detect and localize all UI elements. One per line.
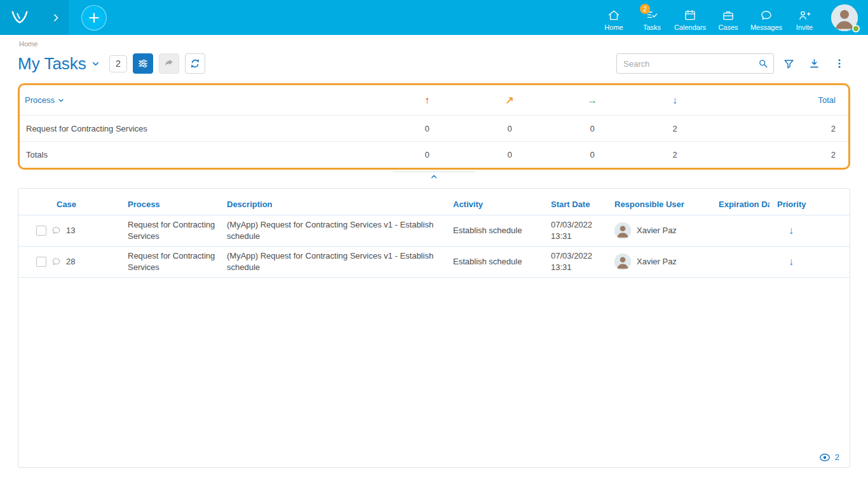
refresh-icon [189,58,201,69]
task-description: (MyApp) Request for Contracting Services… [219,250,445,273]
nav-item-messages[interactable]: Messages [747,4,785,31]
summary-total-count: 2 [716,150,843,159]
task-count-badge: 2 [109,55,127,72]
column-header-process[interactable]: Process [120,200,219,209]
task-process: Request for Contracting Services [120,219,219,241]
eye-icon [819,453,831,462]
user-avatar[interactable] [831,4,858,31]
column-header-expiration[interactable]: Expiration Da... [711,200,770,209]
chevron-right-icon[interactable] [51,13,61,23]
search-input[interactable] [616,53,774,74]
search-icon [758,58,769,69]
task-responsible: Xavier Paz [607,254,711,270]
summary-row[interactable]: Request for Contracting Services 0 0 0 2… [20,116,848,142]
task-activity: Establish schedule [445,225,543,236]
nav-label: Invite [796,24,813,31]
summary-process-name: Request for Contracting Services [25,124,386,133]
download-icon [808,58,820,70]
nav-item-cases[interactable]: Cases [709,4,747,31]
nav-label: Messages [750,24,782,31]
visible-count: 2 [835,452,839,462]
page-title[interactable]: My Tasks [18,54,100,74]
summary-header-row: Process ↑ ↗ → ↓ Total [20,85,848,116]
nav-item-tasks[interactable]: 2 Tasks [633,4,671,31]
plus-icon [88,11,100,24]
task-start-date: 07/03/2022 13:31 [543,219,607,241]
topbar: Home 2 Tasks Calendars Cases [0,0,868,35]
summary-total-header: Total [716,95,843,105]
chevron-up-icon [429,172,439,181]
summary-process-column[interactable]: Process [25,95,386,105]
header-right-tools [616,53,850,74]
list-settings-button[interactable] [133,53,153,74]
chevron-down-icon [57,97,65,104]
download-button[interactable] [803,53,825,74]
summary-low-count: 2 [634,124,716,133]
filter-button[interactable] [778,53,799,74]
column-header-case[interactable]: Case [18,200,120,209]
summary-high-count: 0 [386,124,468,133]
priority-low-icon: ↓ [789,255,794,269]
responsible-avatar [614,222,631,239]
kebab-menu-icon [834,58,845,69]
summary-totals-label: Totals [25,150,386,159]
case-number[interactable]: 28 [66,256,75,268]
search-submit-button[interactable] [755,56,771,71]
page-header: My Tasks 2 [18,49,850,78]
search-box [616,53,774,74]
priority-low-icon: ↓ [789,224,794,238]
tasks-table-header: Case Process Description Activity Start … [18,194,850,215]
nav-label: Home [604,24,623,31]
summary-normal-count: 0 [551,124,634,133]
nav-item-calendars[interactable]: Calendars [671,4,709,31]
nav-label: Tasks [643,24,661,31]
message-bubble-icon [760,9,773,22]
home-icon [607,9,620,22]
sliders-icon [137,58,149,69]
row-checkbox[interactable] [36,226,46,236]
more-options-button[interactable] [829,53,850,74]
logo-block [0,0,69,35]
top-navigation: Home 2 Tasks Calendars Cases [595,4,824,31]
summary-total-count: 2 [716,124,843,133]
column-header-description[interactable]: Description [219,200,445,209]
page-title-text: My Tasks [18,54,86,74]
column-header-responsible[interactable]: Responsible User [607,200,711,209]
nav-label: Calendars [674,24,706,31]
summary-medium-count: 0 [468,150,551,159]
nav-item-invite[interactable]: Invite [785,4,824,31]
nav-label: Cases [718,24,738,31]
priority-high-icon: ↑ [424,95,430,106]
processmaker-logo-icon[interactable] [10,10,29,26]
responsible-name: Xavier Paz [637,256,677,268]
task-activity: Establish schedule [445,256,543,268]
column-header-start-date[interactable]: Start Date [543,200,607,209]
comment-bubble-icon[interactable] [51,257,61,266]
column-header-activity[interactable]: Activity [445,200,543,209]
breadcrumb[interactable]: Home [19,40,850,48]
priority-normal-icon: → [587,95,597,106]
case-number[interactable]: 13 [66,225,75,236]
row-checkbox[interactable] [36,257,46,267]
add-request-button[interactable] [81,5,107,30]
task-responsible: Xavier Paz [607,222,711,239]
refresh-button[interactable] [185,53,205,74]
calendar-icon [684,9,696,22]
task-row[interactable]: 13 Request for Contracting Services (MyA… [18,215,850,247]
comment-bubble-icon[interactable] [51,226,61,235]
priority-medium-icon: ↗ [505,94,513,106]
task-start-date: 07/03/2022 13:31 [543,250,607,273]
summary-low-count: 2 [634,150,716,159]
responsible-name: Xavier Paz [637,225,677,236]
funnel-icon [783,58,795,70]
briefcase-icon [722,9,735,22]
collapse-summary-control[interactable] [18,172,850,181]
reassign-button[interactable] [159,53,179,74]
invite-user-icon [798,9,811,22]
visible-count-footer: 2 [819,452,839,462]
task-description: (MyApp) Request for Contracting Services… [219,219,445,241]
task-row[interactable]: 28 Request for Contracting Services (MyA… [18,247,850,278]
nav-item-home[interactable]: Home [595,4,633,31]
summary-medium-count: 0 [468,124,551,133]
column-header-priority[interactable]: Priority [770,200,850,209]
